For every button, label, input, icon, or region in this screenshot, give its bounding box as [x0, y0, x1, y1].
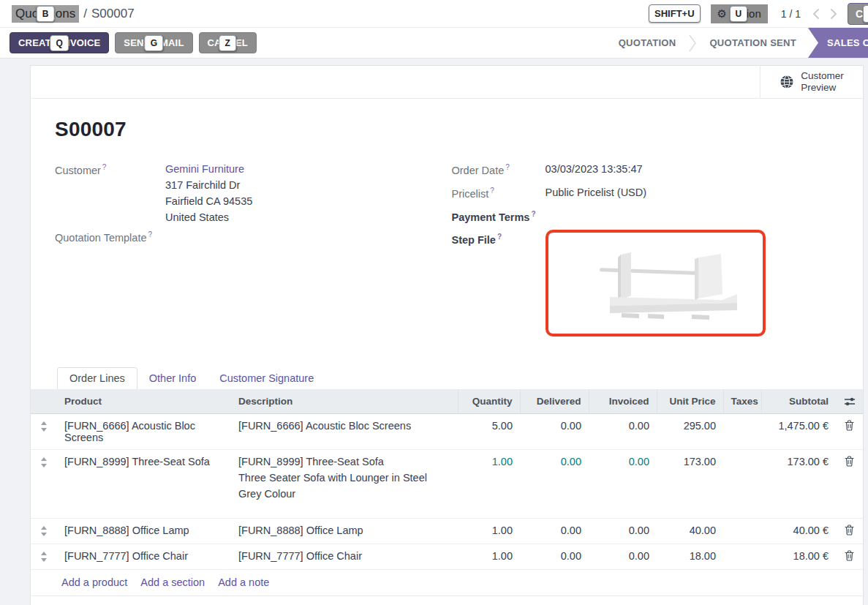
delete-row-button[interactable] — [836, 518, 863, 544]
cell-unit-price[interactable]: 18.00 — [657, 544, 723, 569]
cell-product[interactable]: [FURN_8888] Office Lamp — [57, 518, 231, 544]
drag-handle-icon[interactable] — [31, 544, 57, 569]
drag-handle-icon[interactable] — [31, 450, 57, 518]
breadcrumb: / S00007 — [83, 7, 134, 21]
breadcrumb-bar: Quotations B / S00007 SHIFT+U ⚙ Action U… — [0, 0, 868, 28]
cell-unit-price[interactable]: 295.00 — [657, 414, 723, 450]
optional-columns-button[interactable] — [836, 389, 863, 414]
col-header-taxes[interactable]: Taxes — [723, 389, 761, 414]
quotation-template-help-icon: ? — [148, 230, 152, 238]
order-date-label-text: Order Date — [452, 165, 505, 176]
col-header-invoiced[interactable]: Invoiced — [589, 389, 657, 414]
cell-quantity[interactable]: 1.00 — [458, 544, 520, 569]
cell-invoiced[interactable]: 0.00 — [589, 414, 657, 450]
cell-unit-price[interactable]: 40.00 — [657, 518, 723, 544]
cell-unit-price[interactable]: 173.00 — [657, 450, 723, 518]
cell-delivered[interactable]: 0.00 — [520, 450, 589, 518]
pager-prev-icon[interactable] — [812, 8, 820, 20]
add-a-note-link[interactable]: Add a note — [218, 576, 269, 588]
key-hint-g: G — [145, 35, 164, 51]
cell-product[interactable]: [FURN_8999] Three-Seat Sofa — [57, 450, 231, 518]
statusbar: QUOTATION QUOTATION SENT SALES ORDER — [607, 28, 868, 58]
delete-row-button[interactable] — [836, 544, 863, 569]
cell-taxes[interactable] — [723, 544, 761, 569]
cell-invoiced[interactable]: 0.00 — [589, 450, 657, 518]
address-line-1: 317 Fairchild Dr — [165, 179, 252, 191]
breadcrumb-section[interactable]: Quotations B — [12, 5, 79, 23]
cell-taxes[interactable] — [723, 518, 761, 544]
cell-delivered[interactable]: 0.00 — [520, 414, 589, 450]
customer-preview-button[interactable]: Customer Preview — [760, 66, 863, 98]
col-header-unit-price[interactable]: Unit Price — [657, 389, 723, 414]
delete-row-button[interactable] — [836, 414, 863, 450]
customer-preview-line2: Preview — [801, 82, 844, 94]
pricelist-label-text: Pricelist — [452, 188, 489, 200]
key-hint-z: Z — [219, 35, 236, 51]
payment-terms-field-label: Payment Terms? — [452, 210, 546, 223]
cell-delivered[interactable]: 0.00 — [520, 518, 589, 544]
customer-link[interactable]: Gemini Furniture — [165, 163, 252, 175]
add-a-product-link[interactable]: Add a product — [61, 576, 127, 588]
cancel-button[interactable]: CANCEL Z — [199, 32, 257, 53]
cell-quantity[interactable]: 1.00 — [458, 450, 520, 518]
payment-terms-help-icon: ? — [531, 210, 535, 218]
cell-taxes[interactable] — [723, 450, 761, 518]
cell-description[interactable]: [FURN_7777] Office Chair — [231, 544, 458, 569]
cell-product[interactable]: [FURN_7777] Office Chair — [57, 544, 231, 569]
tab-order-lines[interactable]: Order Lines — [57, 367, 137, 389]
cell-quantity[interactable]: 1.00 — [458, 518, 520, 544]
page-title: S00007 — [55, 118, 834, 141]
stage-quotation[interactable]: QUOTATION — [607, 37, 688, 48]
cell-description[interactable]: [FURN_6666] Acoustic Bloc Screens — [231, 414, 458, 450]
create-invoice-button[interactable]: CREATE INVOICE Q — [10, 32, 109, 53]
cell-subtotal: 40.00 € — [761, 518, 836, 544]
customer-preview-label: Customer Preview — [801, 70, 844, 94]
order-date-field-value[interactable]: 03/03/2023 13:35:47 — [546, 163, 643, 176]
cell-description[interactable]: [FURN_8999] Three-Seat Sofa Three Seater… — [231, 450, 458, 518]
pricelist-field-value[interactable]: Public Pricelist (USD) — [546, 187, 647, 200]
button-box: Customer Preview — [31, 66, 863, 99]
table-row: [FURN_6666] Acoustic Bloc Screens [FURN_… — [31, 414, 863, 450]
step-file-field-label: Step File? — [452, 233, 546, 337]
stage-sales-order[interactable]: SALES ORDER — [808, 28, 868, 58]
customer-field-label: Customer? — [55, 163, 165, 223]
create-button-label: C — [856, 8, 863, 20]
pager-next-icon[interactable] — [830, 8, 837, 20]
globe-icon — [780, 75, 794, 89]
step-file-image[interactable] — [546, 230, 766, 337]
cell-delivered[interactable]: 0.00 — [520, 544, 589, 569]
step-file-label-text: Step File — [452, 234, 496, 246]
send-email-button[interactable]: SEND EMAIL G — [115, 32, 192, 53]
step-file-3d-preview — [548, 236, 762, 331]
cell-quantity[interactable]: 5.00 — [458, 414, 520, 450]
delete-row-button[interactable] — [836, 450, 863, 518]
drag-handle-icon[interactable] — [31, 518, 57, 544]
pricelist-help-icon: ? — [490, 187, 494, 195]
breadcrumb-record: S00007 — [91, 7, 135, 21]
cell-product[interactable]: [FURN_6666] Acoustic Bloc Screens — [57, 414, 231, 450]
col-header-subtotal[interactable]: Subtotal — [761, 389, 836, 414]
order-date-help-icon: ? — [505, 163, 510, 171]
customer-preview-line1: Customer — [801, 70, 844, 82]
add-a-section-link[interactable]: Add a section — [140, 576, 205, 588]
cell-description[interactable]: [FURN_8888] Office Lamp — [231, 518, 458, 544]
tab-other-info[interactable]: Other Info — [137, 368, 208, 389]
col-header-product[interactable]: Product — [57, 389, 231, 414]
col-header-quantity[interactable]: Quantity — [458, 389, 520, 414]
drag-handle-icon[interactable] — [31, 414, 57, 450]
quotation-template-label-text: Quotation Template — [55, 232, 146, 244]
key-hint-q: Q — [50, 35, 69, 51]
shortcut-badge: SHIFT+U — [649, 4, 701, 23]
create-button[interactable]: C — [848, 3, 868, 25]
stage-quotation-sent[interactable]: QUOTATION SENT — [698, 37, 808, 48]
action-menu-button[interactable]: ⚙ Action U — [711, 4, 768, 23]
address-line-2: Fairfield CA 94535 — [165, 195, 252, 207]
cell-taxes[interactable] — [723, 414, 761, 450]
cell-invoiced[interactable]: 0.00 — [589, 544, 657, 569]
col-header-description[interactable]: Description — [231, 389, 458, 414]
tab-customer-signature[interactable]: Customer Signature — [208, 368, 325, 389]
address-line-3: United States — [165, 211, 252, 223]
cell-invoiced[interactable]: 0.00 — [589, 518, 657, 544]
col-header-delivered[interactable]: Delivered — [520, 389, 589, 414]
customer-help-icon: ? — [102, 163, 107, 171]
